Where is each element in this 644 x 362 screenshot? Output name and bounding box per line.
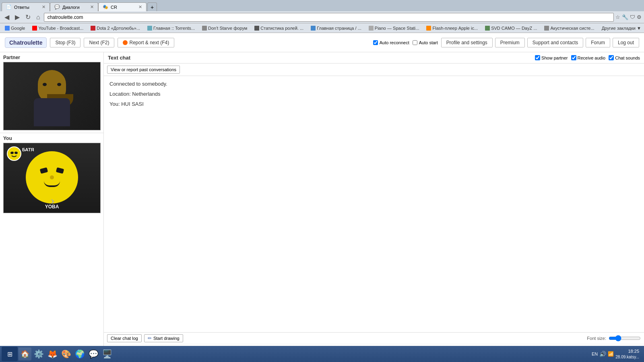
person-eyes bbox=[43, 83, 61, 86]
bookmark-dota-label: Dota 2 «Дотолюбь»... bbox=[97, 26, 140, 31]
bookmark-dontstarve-label: Don't Starve форум bbox=[208, 26, 247, 31]
report-next-button[interactable]: Report & next (F4) bbox=[118, 38, 174, 47]
network-icon[interactable]: 📶 bbox=[608, 351, 614, 357]
view-report-button[interactable]: View or report past conversations bbox=[107, 66, 180, 74]
receive-audio-checkbox[interactable] bbox=[571, 55, 576, 60]
bookmark-torrents-label: Главная :: Torrents... bbox=[153, 26, 195, 31]
address-bar[interactable] bbox=[44, 13, 614, 22]
show-partner-checkbox[interactable] bbox=[535, 55, 540, 60]
tools-icon[interactable]: 🔧 bbox=[622, 14, 628, 20]
tab-otvet[interactable]: 📄 Ответы ✕ bbox=[2, 2, 50, 11]
home-button[interactable]: ⌂ bbox=[34, 13, 42, 22]
chrome-icon: 🌍 bbox=[75, 349, 85, 359]
auto-start-label: Auto start bbox=[419, 40, 438, 45]
bookmark-stat[interactable]: Статистика ролей. ... bbox=[252, 25, 306, 31]
taskbar-icon-firefox[interactable]: 🦊 bbox=[46, 348, 59, 360]
logout-button[interactable]: Log out bbox=[613, 38, 639, 47]
start-drawing-label: Start drawing bbox=[153, 336, 180, 341]
auto-reconnect-label: Auto reconnect bbox=[380, 40, 409, 45]
bookmark-google-icon bbox=[5, 26, 10, 31]
bata-label: БАТЯ bbox=[22, 147, 34, 152]
bookmark-svd[interactable]: SVD CAMO — DayZ ... bbox=[483, 25, 539, 31]
bookmark-piano[interactable]: Piano — Space Stati... bbox=[366, 25, 422, 31]
forward-button[interactable]: ▶ bbox=[13, 12, 22, 22]
support-button[interactable]: Support and contacts bbox=[527, 38, 583, 47]
date-display: 28.09.katsy... bbox=[615, 354, 639, 360]
partner-silhouette bbox=[30, 66, 74, 126]
time-display: 18:25 bbox=[615, 348, 639, 354]
partner-section: Partner bbox=[0, 52, 103, 133]
bookmark-dontstarve[interactable]: Don't Starve форум bbox=[200, 25, 250, 31]
yoba-text: YOBA bbox=[45, 204, 59, 210]
start-button[interactable]: ⊞ bbox=[2, 347, 18, 361]
new-tab-button[interactable]: + bbox=[147, 2, 157, 11]
chat-sounds-checkbox[interactable] bbox=[609, 55, 614, 60]
taskbar-icon-skype[interactable]: 💬 bbox=[87, 348, 100, 360]
bookmark-piano-icon bbox=[369, 26, 374, 31]
bookmark-acoustic[interactable]: Акустическая систе... bbox=[542, 25, 597, 31]
chat-toolbar: View or report past conversations bbox=[104, 64, 644, 76]
font-size-slider[interactable] bbox=[609, 335, 641, 341]
volume-icon[interactable]: 🔊 bbox=[599, 351, 606, 357]
refresh-button[interactable]: ↻ bbox=[23, 12, 33, 22]
chat-messages: Connected to somebody. Location: Netherl… bbox=[104, 76, 644, 332]
back-button[interactable]: ◀ bbox=[2, 12, 11, 22]
chat-msg-3: You: HUI SASI bbox=[109, 100, 638, 109]
app-header: Chatroulette Stop (F3) Next (F2) Report … bbox=[0, 33, 644, 52]
tab-close-otvet[interactable]: ✕ bbox=[42, 4, 45, 10]
bookmark-youtube[interactable]: YouTube - Broadcast... bbox=[30, 25, 86, 31]
monitor-icon: 🖥️ bbox=[102, 349, 112, 359]
premium-button[interactable]: Premium bbox=[495, 38, 525, 47]
taskbar-icon-explorer[interactable]: 🏠 bbox=[19, 348, 31, 360]
tab-close-dialogi[interactable]: ✕ bbox=[90, 4, 94, 10]
tab-label-otvet: Ответы bbox=[14, 5, 29, 10]
taskbar: ⊞ 🏠 ⚙️ 🦊 🎨 🌍 💬 🖥️ EN 🔊 📶 18:25 28.09.kat… bbox=[0, 346, 644, 362]
bookmark-other[interactable]: Другие закладки ▼ bbox=[599, 25, 644, 31]
bookmark-youtube-label: YouTube - Broadcast... bbox=[38, 26, 83, 31]
windows-icon: ⊞ bbox=[7, 350, 12, 358]
bookmark-svd-label: SVD CAMO — DayZ ... bbox=[491, 26, 537, 31]
clear-chat-log-button[interactable]: Clear chat log bbox=[107, 334, 142, 342]
tab-dialogi[interactable]: 💬 Диалоги ✕ bbox=[50, 2, 98, 11]
taskbar-icon-steam[interactable]: ⚙️ bbox=[32, 348, 45, 360]
bookmark-flash[interactable]: Flash-плеер Apple ic... bbox=[424, 25, 480, 31]
bookmark-main[interactable]: Главная страница / ... bbox=[308, 25, 364, 31]
taskbar-icon-photoshop[interactable]: 🎨 bbox=[60, 348, 72, 360]
start-drawing-button[interactable]: ✏ Start drawing bbox=[144, 334, 183, 342]
stop-button[interactable]: Stop (F3) bbox=[50, 38, 80, 47]
report-icon bbox=[123, 40, 128, 45]
partner-video bbox=[3, 62, 101, 130]
partner-title: Partner bbox=[3, 55, 100, 60]
you-video: БАТЯ bbox=[3, 143, 101, 213]
forum-button[interactable]: Forum bbox=[586, 38, 610, 47]
left-panel: Partner bbox=[0, 52, 104, 362]
person-head bbox=[38, 70, 66, 102]
receive-audio-label: Receive audio bbox=[578, 56, 606, 60]
bookmark-torrents[interactable]: Главная :: Torrents... bbox=[145, 25, 197, 31]
tab-cr[interactable]: 🎭 CR ✕ bbox=[98, 2, 147, 11]
settings-icon[interactable]: ⚙ bbox=[637, 14, 642, 20]
bookmark-main-icon bbox=[311, 26, 316, 31]
auto-start-checkbox[interactable] bbox=[413, 40, 417, 45]
bookmark-flash-icon bbox=[426, 26, 431, 31]
taskbar-icon-monitor[interactable]: 🖥️ bbox=[101, 348, 114, 360]
person-body bbox=[34, 98, 70, 126]
bookmark-google[interactable]: Google bbox=[2, 25, 27, 31]
auto-reconnect-checkbox[interactable] bbox=[373, 40, 378, 45]
eye-right bbox=[57, 83, 61, 86]
meme-eye-left bbox=[40, 167, 48, 173]
shield-icon[interactable]: 🛡 bbox=[630, 14, 635, 20]
logo-button[interactable]: Chatroulette bbox=[5, 37, 47, 48]
steam-icon: ⚙️ bbox=[34, 349, 44, 359]
tab-close-cr[interactable]: ✕ bbox=[138, 4, 142, 10]
meme-face bbox=[26, 151, 78, 204]
next-button[interactable]: Next (F2) bbox=[84, 38, 114, 47]
tray-time: 18:25 28.09.katsy... bbox=[615, 348, 639, 359]
profile-settings-button[interactable]: Profile and settings bbox=[441, 38, 493, 47]
bookmark-flash-label: Flash-плеер Apple ic... bbox=[432, 26, 478, 31]
bookmark-dota[interactable]: Dota 2 «Дотолюбь»... bbox=[88, 25, 142, 31]
tab-icon-otvet: 📄 bbox=[6, 4, 12, 10]
star-icon[interactable]: ☆ bbox=[615, 14, 620, 20]
taskbar-icon-chrome[interactable]: 🌍 bbox=[73, 348, 86, 360]
show-partner-option: Show partner bbox=[535, 55, 568, 60]
